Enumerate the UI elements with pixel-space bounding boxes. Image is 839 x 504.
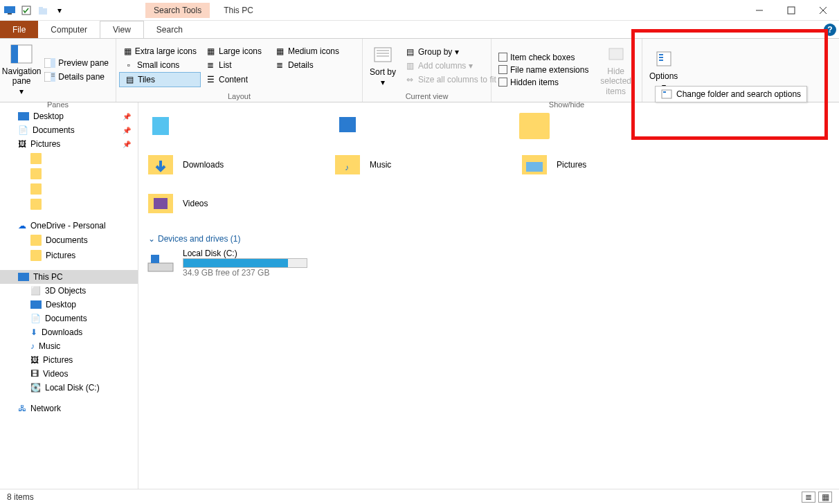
- options-icon: [661, 89, 672, 99]
- svg-rect-14: [51, 72, 55, 82]
- maximize-button[interactable]: [775, 0, 807, 21]
- videos-icon: 🎞: [30, 369, 39, 379]
- tree-pc-music[interactable]: ♪Music: [0, 339, 138, 353]
- tile-downloads[interactable]: Downloads: [145, 150, 305, 180]
- tree-desktop[interactable]: Desktop📌: [0, 109, 138, 123]
- onedrive-icon: ☁: [18, 221, 26, 231]
- svg-rect-23: [659, 54, 663, 55]
- tree-item[interactable]: [0, 151, 138, 166]
- quick-access-toolbar: ▾: [0, 3, 69, 17]
- layout-small[interactable]: ▫Small icons: [119, 58, 201, 72]
- svg-rect-27: [663, 91, 666, 93]
- titlebar: ▾ Search Tools This PC: [0, 0, 839, 21]
- tile-cut[interactable]: [145, 111, 305, 141]
- tile-local-disk[interactable]: Local Disk (C:) 34.9 GB free of 237 GB: [145, 248, 353, 278]
- qat-dropdown-icon[interactable]: ▾: [53, 3, 66, 17]
- body: Desktop📌 📄Documents📌 🖼Pictures📌 ☁OneDriv…: [0, 102, 839, 489]
- navigation-tree[interactable]: Desktop📌 📄Documents📌 🖼Pictures📌 ☁OneDriv…: [0, 102, 138, 489]
- qat-properties-icon[interactable]: [19, 3, 33, 17]
- svg-rect-4: [39, 7, 43, 9]
- layout-extra-large[interactable]: ▦Extra large icons: [119, 44, 201, 58]
- checkbox-icon: [498, 78, 507, 87]
- folder-icon: [30, 235, 42, 246]
- close-button[interactable]: [807, 0, 839, 21]
- tab-view[interactable]: View: [100, 21, 144, 38]
- svg-rect-37: [148, 263, 173, 271]
- layout-content[interactable]: ☰Content: [201, 72, 270, 87]
- layout-list[interactable]: ≣List: [201, 58, 270, 72]
- svg-rect-25: [659, 60, 663, 61]
- ribbon-tabs: File Computer View Search ?: [0, 21, 839, 39]
- svg-rect-1: [8, 13, 12, 15]
- view-tiles-toggle[interactable]: ▦: [818, 492, 832, 503]
- layout-details[interactable]: ≣Details: [270, 58, 352, 72]
- group-by-button[interactable]: ▤Group by ▾: [400, 45, 500, 59]
- tree-documents[interactable]: 📄Documents📌: [0, 123, 138, 137]
- tree-item[interactable]: [0, 166, 138, 181]
- options-dropdown-item[interactable]: Change folder and search options: [655, 86, 807, 102]
- desktop-icon: [30, 300, 42, 309]
- tab-file[interactable]: File: [0, 21, 38, 38]
- file-extensions-toggle[interactable]: File name extensions: [494, 64, 593, 76]
- details-pane-button[interactable]: Details pane: [40, 70, 113, 84]
- navigation-pane-button[interactable]: Navigation pane ▾: [3, 40, 40, 99]
- tree-pc-downloads[interactable]: ⬇Downloads: [0, 325, 138, 339]
- add-columns-button[interactable]: ▥Add columns ▾: [400, 59, 500, 73]
- tile-cut[interactable]: [519, 111, 678, 141]
- search-tools-tab[interactable]: Search Tools: [145, 3, 210, 18]
- hide-selected-button[interactable]: Hide selected items: [593, 40, 639, 99]
- tree-item[interactable]: [0, 181, 138, 197]
- tab-computer[interactable]: Computer: [38, 21, 100, 38]
- svg-rect-34: [526, 162, 543, 172]
- tree-onedrive[interactable]: ☁OneDrive - Personal: [0, 219, 138, 233]
- tree-local-disk[interactable]: 💽Local Disk (C:): [0, 381, 138, 395]
- hidden-items-toggle[interactable]: Hidden items: [494, 76, 593, 89]
- pictures-icon: 🖼: [18, 139, 26, 149]
- folders-row: Videos: [145, 184, 832, 223]
- qat-new-folder-icon[interactable]: [36, 3, 50, 17]
- tile-videos[interactable]: Videos: [145, 188, 305, 219]
- music-icon: ♪: [30, 341, 35, 351]
- tree-this-pc[interactable]: This PC: [0, 270, 138, 284]
- minimize-button[interactable]: [743, 0, 775, 21]
- desktop-icon: [18, 112, 29, 120]
- tab-search[interactable]: Search: [144, 21, 195, 38]
- devices-header[interactable]: ⌄Devices and drives (1): [148, 234, 832, 244]
- layout-tiles[interactable]: ▤Tiles: [119, 72, 201, 87]
- tree-pc-desktop[interactable]: Desktop: [0, 298, 138, 312]
- tile-music[interactable]: ♪Music: [332, 150, 491, 180]
- pc-icon: [18, 273, 29, 281]
- svg-rect-29: [339, 117, 356, 132]
- sort-by-button[interactable]: Sort by▾: [366, 40, 400, 91]
- tree-pc-pictures[interactable]: 🖼Pictures: [0, 353, 138, 367]
- tree-onedrive-documents[interactable]: Documents: [0, 233, 138, 248]
- group-show-hide: Item check boxes File name extensions Hi…: [491, 39, 642, 102]
- network-icon: 🖧: [18, 404, 26, 413]
- tree-3d-objects[interactable]: ⬜3D Objects: [0, 284, 138, 298]
- tree-pc-documents[interactable]: 📄Documents: [0, 312, 138, 325]
- navigation-pane-label: Navigation pane: [2, 66, 42, 87]
- svg-rect-21: [609, 48, 623, 60]
- cube-icon: ⬜: [30, 286, 41, 296]
- tile-pictures[interactable]: Pictures: [519, 150, 678, 180]
- pin-icon: 📌: [123, 127, 131, 134]
- tree-onedrive-pictures[interactable]: Pictures: [0, 248, 138, 263]
- tile-cut[interactable]: [332, 111, 491, 141]
- content-pane[interactable]: Downloads ♪Music Pictures Videos ⌄Device…: [138, 102, 839, 489]
- layout-large[interactable]: ▦Large icons: [201, 44, 270, 58]
- svg-rect-28: [152, 117, 169, 135]
- tree-pc-videos[interactable]: 🎞Videos: [0, 367, 138, 381]
- layout-medium[interactable]: ▦Medium icons: [270, 44, 352, 58]
- view-details-toggle[interactable]: ≣: [802, 492, 815, 503]
- tree-pictures[interactable]: 🖼Pictures📌: [0, 137, 138, 151]
- download-icon: ⬇: [30, 327, 37, 337]
- svg-rect-10: [11, 45, 18, 63]
- size-columns-button[interactable]: ⇔Size all columns to fit: [400, 73, 500, 87]
- tree-network[interactable]: 🖧Network: [0, 402, 138, 415]
- tree-item[interactable]: [0, 197, 138, 212]
- folders-row-partial: [145, 107, 832, 145]
- group-current-view-label: Current view: [366, 91, 488, 102]
- item-checkboxes-toggle[interactable]: Item check boxes: [494, 51, 593, 64]
- help-icon[interactable]: ?: [824, 24, 836, 36]
- preview-pane-button[interactable]: Preview pane: [40, 56, 113, 70]
